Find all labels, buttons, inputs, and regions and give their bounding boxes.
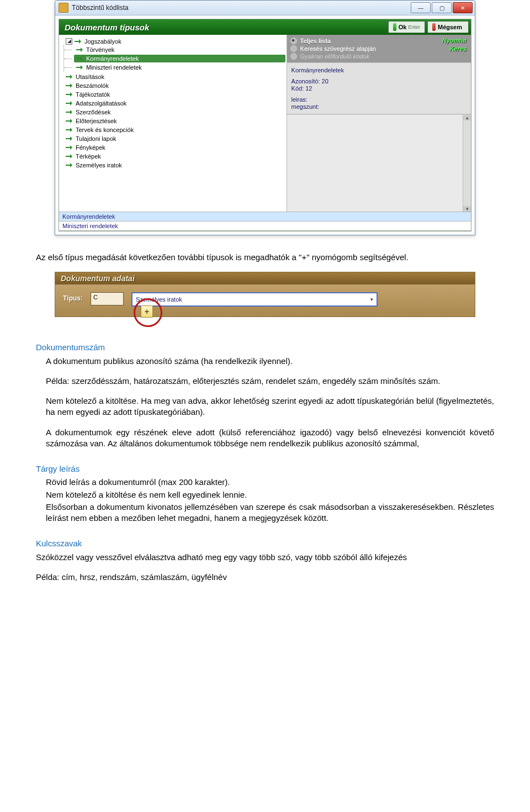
tree-label: Tervek és koncepciók	[76, 126, 134, 133]
doc-data-window: Dokumentum adatai Típus: C Személyes ira…	[55, 272, 475, 317]
arrow-right-icon	[76, 65, 84, 70]
type-code-field[interactable]: C	[91, 292, 124, 305]
type-select[interactable]: Személyes iratok ▾	[131, 292, 378, 307]
paragraph: A dokumentumok egy részének eleve adott …	[46, 427, 494, 450]
ribbon: Dokumentum típusok Ok Enter Mégsem	[59, 19, 471, 35]
results-list[interactable]	[287, 114, 471, 212]
radio-frequent-codes[interactable]: Gyakran előforduló kódok	[290, 52, 468, 60]
spacer	[292, 74, 467, 77]
print-link[interactable]: Nyomtat	[442, 36, 467, 45]
spacer	[292, 92, 467, 96]
paragraph: Példa: szerződésszám, határozatszám, elő…	[46, 376, 494, 387]
traffic-light-green-icon	[393, 23, 396, 31]
arrow-right-icon	[76, 47, 84, 52]
tree-node[interactable]: Szerződések	[63, 108, 285, 116]
details-id: Azonosító: 20	[292, 78, 467, 85]
section-heading: Kulcsszavak	[36, 538, 494, 549]
section-heading: Tárgy leírás	[36, 463, 494, 474]
arrow-right-icon	[66, 136, 73, 141]
arrow-right-icon	[66, 118, 73, 124]
tree-label: Szerződések	[76, 109, 111, 115]
tree-node[interactable]: Beszámolók	[63, 82, 285, 89]
arrow-right-icon	[76, 56, 84, 61]
arrow-right-icon	[66, 154, 73, 159]
window-title: Többszintű kódlista	[72, 4, 411, 12]
tree-label: Fényképek	[76, 144, 105, 151]
search-link[interactable]: Keres	[442, 45, 467, 53]
traffic-light-red-icon	[432, 23, 436, 31]
tree-label: Előterjesztések	[76, 118, 117, 124]
footer-item[interactable]: Miniszteri rendeletek	[59, 222, 471, 231]
paragraph: Nem kötelező a kitöltése és nem kell egy…	[46, 489, 494, 500]
arrow-right-icon	[66, 101, 73, 106]
tree-node-selected[interactable]: Kormányrendeletek	[74, 55, 285, 62]
close-button[interactable]: ✕	[453, 2, 473, 13]
cancel-button[interactable]: Mégsem	[427, 21, 469, 33]
paragraph: Példa: cím, hrsz, rendszám, számlaszám, …	[36, 572, 494, 583]
details-code: Kód: 12	[292, 85, 467, 92]
document-body: Dokumentumszám A dokumentum publikus azo…	[0, 342, 530, 583]
app-icon	[59, 3, 68, 13]
arrow-right-icon	[66, 109, 73, 115]
ribbon-title: Dokumentum típusok	[61, 23, 386, 32]
radio-icon	[290, 53, 297, 60]
radio-icon	[290, 45, 297, 52]
arrow-right-icon	[66, 127, 73, 133]
tree-node[interactable]: Tájékoztatók	[63, 91, 285, 98]
paragraph: Nem kötelező a kitöltése. Ha meg van adv…	[46, 396, 494, 418]
tree-node[interactable]: Előterjesztések	[63, 117, 285, 125]
cancel-label: Mégsem	[438, 24, 462, 30]
tree-label: Utasítások	[76, 73, 104, 80]
titlebar[interactable]: Többszintű kódlista — ▢ ✕	[55, 1, 475, 15]
radio-label: Gyakran előforduló kódok	[300, 53, 369, 60]
tree-node[interactable]: Térképek	[63, 152, 285, 160]
doc-data-title: Dokumentum adatai	[55, 272, 475, 284]
ok-button[interactable]: Ok Enter	[388, 21, 425, 33]
paragraph: Elsősorban a dokumentum kivonatos jellem…	[46, 502, 494, 524]
radio-label: Teljes lista	[300, 38, 331, 44]
arrow-right-icon	[75, 39, 82, 44]
minimize-button[interactable]: —	[411, 2, 431, 13]
tree-pane[interactable]: ◢ Jogszabályok Törvények	[59, 35, 287, 212]
details-title: Kormányrendeletek	[292, 67, 467, 73]
tree-label: Jogszabályok	[84, 38, 121, 45]
footer-list: Kormányrendeletek Miniszteri rendeletek	[59, 212, 471, 231]
search-mode-panel: Teljes lista Keresés szövegrész alapján …	[287, 35, 471, 62]
type-label: Típus:	[63, 292, 83, 302]
tree-node[interactable]: Tervek és koncepciók	[63, 126, 285, 134]
section-heading: Dokumentumszám	[36, 342, 494, 353]
document-type-tree: ◢ Jogszabályok Törvények	[60, 37, 285, 170]
tree-label: Kormányrendeletek	[86, 55, 139, 62]
tree-node[interactable]: Személyes iratok	[63, 161, 285, 169]
details-megszunt: megszunt:	[292, 103, 467, 110]
tree-label: Beszámolók	[76, 82, 109, 89]
codelist-window: Többszintű kódlista — ▢ ✕ Dokumentum típ…	[55, 0, 475, 235]
tree-node[interactable]: Törvények	[74, 46, 285, 54]
tree-node[interactable]: Miniszteri rendeletek	[74, 64, 285, 71]
maximize-button[interactable]: ▢	[432, 2, 452, 13]
radio-full-list[interactable]: Teljes lista	[290, 37, 468, 45]
collapse-icon[interactable]: ◢	[66, 38, 72, 45]
tree-node[interactable]: Adatszolgáltatások	[63, 99, 285, 107]
type-select-value: Személyes iratok	[136, 296, 182, 303]
details-leiras: leiras:	[292, 96, 467, 103]
paragraph: A dokumentum publikus azonosító száma (h…	[46, 356, 494, 367]
chevron-down-icon: ▾	[370, 297, 373, 302]
right-pane: Teljes lista Keresés szövegrész alapján …	[287, 35, 471, 212]
radio-label: Keresés szövegrész alapján	[300, 45, 377, 52]
tree-label: Térképek	[76, 153, 101, 160]
arrow-right-icon	[66, 83, 73, 88]
radio-search-text[interactable]: Keresés szövegrész alapján	[290, 45, 468, 52]
paragraph: Rövid leírás a dokumentumról (max 200 ka…	[46, 477, 494, 488]
tree-node[interactable]: Fényképek	[63, 144, 285, 151]
tree-label: Tájékoztatók	[76, 91, 110, 98]
arrow-right-icon	[66, 92, 73, 97]
footer-item[interactable]: Kormányrendeletek	[59, 212, 471, 222]
tree-node-root[interactable]: ◢ Jogszabályok	[63, 38, 285, 45]
tree-node[interactable]: Utasítások	[63, 73, 285, 81]
scrollbar[interactable]	[463, 115, 471, 212]
tree-node[interactable]: Tulajdoni lapok	[63, 135, 285, 143]
add-type-button[interactable]: +	[141, 305, 153, 318]
ok-label: Ok	[399, 24, 407, 30]
paragraph: Az első típus megadását következően tová…	[36, 252, 494, 263]
